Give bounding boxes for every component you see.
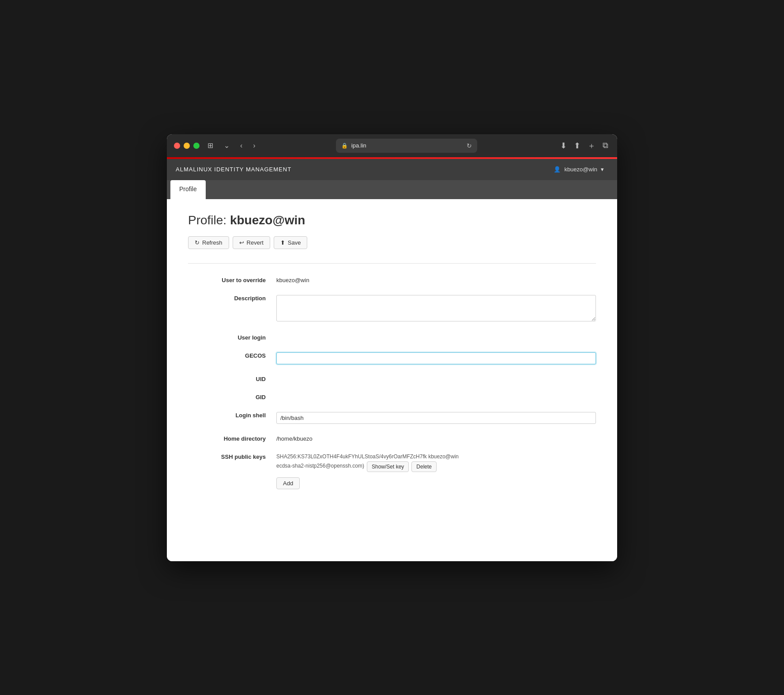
- form: User to override kbuezo@win Description …: [188, 274, 596, 489]
- app-title: ALMALINUX IDENTITY MANAGEMENT: [176, 166, 291, 173]
- user-menu[interactable]: 👤 kbuezo@win ▾: [549, 163, 608, 175]
- save-label: Save: [288, 239, 301, 246]
- url-text: ipa.lin: [351, 142, 366, 149]
- uid-value: [276, 373, 596, 376]
- minimize-button[interactable]: [184, 143, 190, 149]
- login-shell-field[interactable]: [276, 412, 596, 424]
- toolbar: ↻ Refresh ↩ Revert ⬆ Save: [188, 236, 596, 249]
- user-menu-label: kbuezo@win: [564, 166, 597, 173]
- revert-button[interactable]: ↩ Revert: [233, 236, 270, 249]
- nav-tabs: Profile: [167, 180, 617, 199]
- gecos-field-container: [276, 350, 596, 364]
- login-shell-field-container: [276, 409, 596, 424]
- tab-profile[interactable]: Profile: [170, 180, 206, 199]
- add-key-button[interactable]: Add: [276, 477, 300, 489]
- refresh-label: Refresh: [202, 239, 222, 246]
- home-directory-value: /home/kbuezo: [276, 433, 596, 442]
- main-content: Profile: kbuezo@win ↻ Refresh ↩ Revert ⬆…: [167, 199, 617, 561]
- maximize-button[interactable]: [193, 143, 200, 149]
- ssh-key-actions: ecdsa-sha2-nistp256@openssh.com) Show/Se…: [276, 461, 596, 472]
- gid-row: GID: [188, 391, 596, 400]
- description-field-container: [276, 292, 596, 323]
- uid-row: UID: [188, 373, 596, 382]
- refresh-button[interactable]: ↻ Refresh: [188, 236, 229, 249]
- tabs-overview-button[interactable]: ⧉: [601, 139, 610, 152]
- show-set-key-label: Show/Set key: [372, 464, 404, 470]
- chevron-down-icon: ▾: [601, 166, 604, 173]
- divider: [188, 263, 596, 264]
- description-label: Description: [188, 292, 276, 302]
- user-to-override-row: User to override kbuezo@win: [188, 274, 596, 283]
- ssh-key-entry: SHA256:KS73L0ZxOTH4F4ukFYhULStoaS/4vy6rO…: [276, 453, 596, 472]
- gecos-row: GECOS: [188, 350, 596, 364]
- uid-label: UID: [188, 373, 276, 382]
- add-label: Add: [283, 480, 293, 487]
- ssh-key-fingerprint: SHA256:KS73L0ZxOTH4F4ukFYhULStoaS/4vy6rO…: [276, 453, 596, 460]
- titlebar: ⊞ ⌄ ‹ › 🔒 ipa.lin ↻ ⬇ ⬆ ＋ ⧉: [167, 134, 617, 157]
- user-to-override-label: User to override: [188, 274, 276, 283]
- share-button[interactable]: ⬆: [572, 139, 582, 152]
- home-directory-row: Home directory /home/kbuezo: [188, 433, 596, 442]
- traffic-lights: [174, 143, 200, 149]
- description-row: Description: [188, 292, 596, 323]
- save-icon: ⬆: [280, 239, 285, 246]
- url-bar[interactable]: 🔒 ipa.lin ↻: [336, 139, 477, 153]
- delete-key-button[interactable]: Delete: [411, 461, 437, 472]
- sidebar-toggle-button[interactable]: ⊞: [205, 140, 216, 151]
- ssh-public-keys-container: SHA256:KS73L0ZxOTH4F4ukFYhULStoaS/4vy6rO…: [276, 451, 596, 489]
- user-login-row: User login: [188, 332, 596, 341]
- app-header: ALMALINUX IDENTITY MANAGEMENT 👤 kbuezo@w…: [167, 159, 617, 180]
- gid-value: [276, 391, 596, 394]
- show-set-key-button[interactable]: Show/Set key: [367, 461, 409, 472]
- gecos-field[interactable]: [276, 352, 596, 364]
- close-button[interactable]: [174, 143, 180, 149]
- ssh-public-keys-row: SSH public keys SHA256:KS73L0ZxOTH4F4ukF…: [188, 451, 596, 489]
- refresh-icon: ↻: [195, 239, 200, 246]
- lock-icon: 🔒: [341, 143, 348, 149]
- home-directory-label: Home directory: [188, 433, 276, 442]
- revert-icon: ↩: [239, 239, 244, 246]
- description-field[interactable]: [276, 295, 596, 321]
- new-tab-button[interactable]: ＋: [586, 139, 597, 153]
- refresh-icon[interactable]: ↻: [467, 142, 472, 149]
- ssh-key-algo: ecdsa-sha2-nistp256@openssh.com): [276, 463, 364, 469]
- user-login-label: User login: [188, 332, 276, 341]
- forward-button[interactable]: ›: [250, 140, 258, 151]
- revert-label: Revert: [247, 239, 264, 246]
- user-login-value: [276, 332, 596, 334]
- gid-label: GID: [188, 391, 276, 400]
- download-button[interactable]: ⬇: [558, 139, 569, 152]
- gecos-label: GECOS: [188, 350, 276, 359]
- delete-label: Delete: [416, 464, 432, 470]
- user-to-override-value: kbuezo@win: [276, 274, 596, 283]
- save-button[interactable]: ⬆ Save: [274, 236, 308, 249]
- browser-window: ⊞ ⌄ ‹ › 🔒 ipa.lin ↻ ⬇ ⬆ ＋ ⧉ ALMALINUX ID…: [167, 134, 617, 561]
- back-button[interactable]: ‹: [237, 140, 245, 151]
- user-icon: 👤: [554, 166, 561, 173]
- ssh-public-keys-label: SSH public keys: [188, 451, 276, 460]
- login-shell-row: Login shell: [188, 409, 596, 424]
- titlebar-right-actions: ⬇ ⬆ ＋ ⧉: [558, 139, 610, 153]
- page-title: Profile: kbuezo@win: [188, 213, 596, 227]
- login-shell-label: Login shell: [188, 409, 276, 419]
- sidebar-toggle-chevron[interactable]: ⌄: [221, 140, 232, 151]
